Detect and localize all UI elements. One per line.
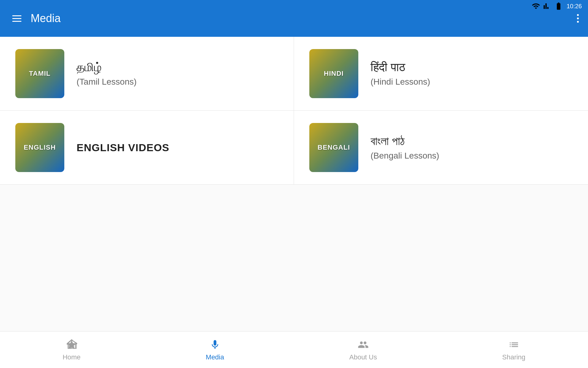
nav-about-us[interactable]: About Us — [337, 335, 389, 364]
hamburger-line-2 — [12, 18, 21, 19]
bengali-thumbnail: BENGALI — [309, 123, 358, 172]
battery-icon — [554, 2, 564, 10]
wifi-icon — [532, 2, 540, 10]
media-icon — [209, 339, 221, 351]
bengali-subtitle: (Bengali Lessons) — [371, 151, 439, 161]
bottom-navigation: Home Media About Us Sharing — [0, 331, 588, 368]
tamil-subtitle: (Tamil Lessons) — [77, 77, 137, 87]
media-label: Media — [206, 353, 224, 361]
app-title: Media — [31, 12, 577, 25]
tamil-item[interactable]: TAMIL தமிழ் (Tamil Lessons) — [0, 37, 294, 111]
home-label: Home — [62, 353, 81, 361]
hamburger-line-3 — [12, 21, 21, 22]
english-item[interactable]: ENGLISH ENGLISH VIDEOS — [0, 111, 294, 185]
main-content: TAMIL தமிழ் (Tamil Lessons) HINDI हिंदी … — [0, 37, 588, 331]
bengali-item[interactable]: BENGALI বাংলা পাঠ (Bengali Lessons) — [294, 111, 588, 185]
about-us-icon — [357, 339, 369, 351]
bengali-text: বাংলা পাঠ (Bengali Lessons) — [371, 134, 439, 161]
english-thumbnail: ENGLISH — [15, 123, 64, 172]
home-icon — [66, 339, 78, 351]
hindi-title: हिंदी पाठ — [371, 60, 430, 75]
more-options-button[interactable] — [577, 14, 579, 23]
app-bar: Media — [0, 0, 588, 37]
nav-sharing[interactable]: Sharing — [490, 335, 538, 364]
dot-2 — [577, 17, 579, 19]
english-text: ENGLISH VIDEOS — [77, 142, 169, 154]
status-bar: 10:26 — [532, 0, 588, 12]
hamburger-line-1 — [12, 15, 21, 16]
dot-3 — [577, 21, 579, 23]
hindi-subtitle: (Hindi Lessons) — [371, 77, 430, 87]
bengali-title: বাংলা পাঠ — [371, 134, 439, 148]
about-us-label: About Us — [349, 353, 377, 361]
nav-media[interactable]: Media — [194, 335, 236, 364]
dot-1 — [577, 14, 579, 16]
nav-home[interactable]: Home — [50, 335, 93, 364]
status-time: 10:26 — [567, 3, 582, 10]
sharing-icon — [508, 339, 520, 351]
tamil-text: தமிழ் (Tamil Lessons) — [77, 60, 137, 87]
english-title: ENGLISH VIDEOS — [77, 142, 169, 154]
media-grid: TAMIL தமிழ் (Tamil Lessons) HINDI हिंदी … — [0, 37, 588, 185]
sharing-label: Sharing — [502, 353, 526, 361]
tamil-title: தமிழ் — [77, 60, 137, 75]
menu-button[interactable] — [9, 12, 24, 25]
hindi-thumbnail: HINDI — [309, 49, 358, 98]
hindi-text: हिंदी पाठ (Hindi Lessons) — [371, 60, 430, 87]
hindi-item[interactable]: HINDI हिंदी पाठ (Hindi Lessons) — [294, 37, 588, 111]
tamil-thumbnail: TAMIL — [15, 49, 64, 98]
signal-icon — [543, 2, 551, 10]
